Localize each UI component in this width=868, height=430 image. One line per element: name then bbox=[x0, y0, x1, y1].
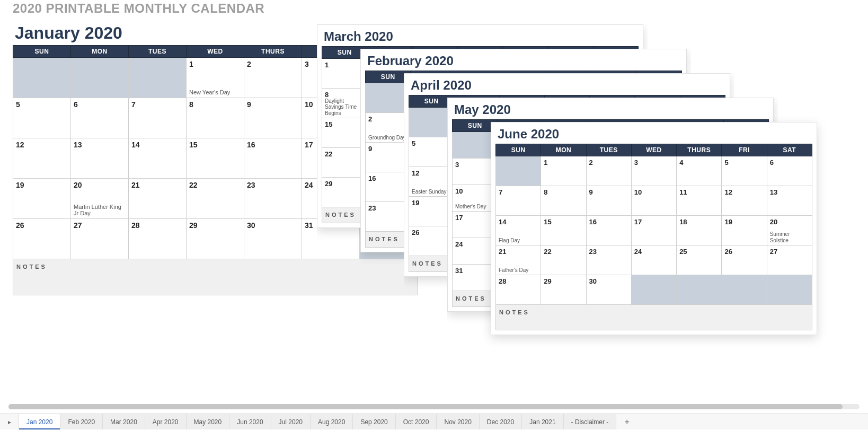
horizontal-scrollbar[interactable] bbox=[8, 404, 860, 409]
sheet-tab[interactable]: Jul 2020 bbox=[271, 414, 311, 429]
day-number: 29 bbox=[325, 180, 364, 188]
day-cell: 4 bbox=[677, 156, 722, 186]
add-sheet-button[interactable]: + bbox=[616, 414, 637, 429]
calendar-stage: January 2020 SUNMONTUESWEDTHURSFRISAT1Ne… bbox=[0, 0, 868, 403]
day-number: 14 bbox=[131, 141, 183, 149]
day-number: 9 bbox=[247, 100, 299, 109]
sheet-tab[interactable]: Apr 2020 bbox=[145, 414, 187, 429]
day-cell: 7 bbox=[129, 98, 187, 138]
sheet-tab[interactable]: Jan 2020 bbox=[19, 414, 60, 429]
day-cell: 5 bbox=[722, 156, 767, 186]
sheet-tab[interactable]: Nov 2020 bbox=[437, 414, 479, 429]
day-number: 22 bbox=[325, 150, 364, 158]
day-cell bbox=[496, 156, 541, 186]
day-header: WED bbox=[631, 144, 676, 156]
day-number: 5 bbox=[724, 159, 764, 166]
day-cell: 8 bbox=[187, 98, 244, 138]
day-number: 2 bbox=[247, 60, 299, 68]
day-number: 29 bbox=[189, 221, 241, 230]
day-cell: 28 bbox=[129, 219, 187, 259]
day-number: 22 bbox=[189, 181, 241, 189]
day-cell: 26 bbox=[13, 219, 71, 259]
day-number: 1 bbox=[325, 61, 364, 69]
day-cell: 5 bbox=[13, 98, 71, 138]
sheet-tab[interactable]: Jan 2021 bbox=[522, 414, 563, 429]
day-number: 26 bbox=[16, 221, 68, 230]
day-header: SUN bbox=[13, 46, 71, 58]
day-number: 19 bbox=[412, 199, 451, 207]
day-number: 20 bbox=[770, 218, 809, 226]
day-number: 2 bbox=[368, 115, 408, 123]
day-cell: 25 bbox=[677, 245, 722, 275]
day-cell: 23 bbox=[244, 179, 302, 219]
month-title: March 2020 bbox=[324, 29, 639, 44]
day-number: 31 bbox=[455, 267, 494, 275]
day-number: 14 bbox=[499, 218, 538, 226]
day-cell: 22 bbox=[541, 245, 586, 275]
sheet-tab[interactable]: Mar 2020 bbox=[103, 414, 145, 429]
day-number: 27 bbox=[770, 248, 809, 256]
day-event: Easter Sunday bbox=[412, 189, 451, 195]
day-event: New Year's Day bbox=[189, 89, 241, 96]
scrollbar-thumb[interactable] bbox=[8, 404, 843, 409]
day-number: 9 bbox=[368, 145, 408, 153]
day-number: 16 bbox=[247, 141, 299, 149]
day-number: 10 bbox=[455, 187, 494, 195]
day-cell: 13 bbox=[767, 186, 812, 216]
day-number: 22 bbox=[544, 248, 583, 256]
day-number: 23 bbox=[368, 204, 408, 212]
day-number: 28 bbox=[131, 221, 183, 230]
day-header: THURS bbox=[244, 46, 302, 58]
day-event: Summer Solstice bbox=[770, 231, 809, 243]
sheet-tab[interactable]: Aug 2020 bbox=[311, 414, 353, 429]
day-number: 2 bbox=[589, 159, 628, 166]
day-number: 30 bbox=[247, 221, 299, 230]
day-number: 21 bbox=[499, 248, 538, 256]
day-number: 24 bbox=[455, 240, 494, 248]
day-event: Daylight Savings Time Begins bbox=[325, 98, 364, 117]
day-event: Flag Day bbox=[499, 238, 538, 244]
day-header: TUES bbox=[586, 144, 631, 156]
day-cell: 21Father's Day bbox=[496, 245, 541, 275]
day-cell: 15 bbox=[541, 216, 586, 245]
notes-section: NOTES bbox=[495, 305, 812, 330]
day-number: 27 bbox=[74, 221, 126, 230]
day-header: WED bbox=[187, 46, 244, 58]
day-number: 1 bbox=[544, 159, 583, 166]
day-number: 7 bbox=[131, 100, 183, 109]
day-number: 12 bbox=[724, 188, 764, 196]
day-cell: 8 bbox=[541, 186, 586, 216]
day-cell bbox=[631, 275, 676, 305]
day-number: 19 bbox=[16, 181, 68, 189]
day-number: 1 bbox=[189, 60, 241, 68]
sheet-tab[interactable]: Oct 2020 bbox=[396, 414, 437, 429]
day-number: 21 bbox=[131, 181, 183, 189]
day-number: 10 bbox=[634, 188, 674, 196]
day-number: 3 bbox=[634, 159, 674, 166]
day-number: 3 bbox=[455, 161, 494, 169]
day-header: FRI bbox=[722, 144, 767, 156]
day-cell bbox=[13, 58, 71, 98]
day-cell: 16 bbox=[586, 216, 631, 245]
tab-nav-right-icon[interactable]: ▸ bbox=[0, 414, 19, 429]
day-number: 20 bbox=[74, 181, 126, 189]
sheet-tab[interactable]: Jun 2020 bbox=[229, 414, 271, 429]
sheet-tab[interactable]: May 2020 bbox=[187, 414, 230, 429]
sheet-tab[interactable]: Feb 2020 bbox=[60, 414, 103, 429]
day-number: 24 bbox=[634, 248, 674, 256]
day-cell: 1New Year's Day bbox=[187, 58, 244, 98]
day-cell bbox=[677, 275, 722, 305]
month-title: May 2020 bbox=[454, 102, 769, 117]
sheet-tab[interactable]: - Disclaimer - bbox=[564, 414, 617, 429]
day-cell: 9 bbox=[586, 186, 631, 216]
day-header: THURS bbox=[677, 144, 722, 156]
sheet-tab[interactable]: Sep 2020 bbox=[353, 414, 395, 429]
sheet-tab[interactable]: Dec 2020 bbox=[480, 414, 522, 429]
day-number: 8 bbox=[189, 100, 241, 109]
day-header: SUN bbox=[496, 144, 541, 156]
day-number: 18 bbox=[679, 218, 719, 226]
day-cell: 20Martin Luther King Jr Day bbox=[71, 179, 129, 219]
day-cell: 14 bbox=[129, 138, 187, 179]
day-cell: 6 bbox=[71, 98, 129, 138]
day-number: 4 bbox=[679, 159, 719, 166]
